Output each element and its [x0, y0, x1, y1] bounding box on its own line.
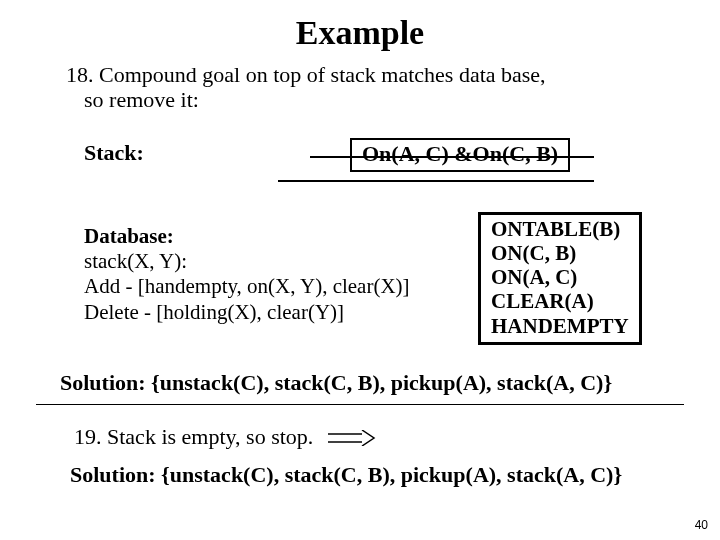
step-18-line2: so remove it: [66, 87, 546, 112]
fact-clear-a: CLEAR(A) [491, 289, 629, 313]
fact-on-c-b: ON(C, B) [491, 241, 629, 265]
fact-on-a-c: ON(A, C) [491, 265, 629, 289]
fact-handempty: HANDEMPTY [491, 314, 629, 338]
database-heading: Database: [84, 224, 410, 249]
strikethrough-line [310, 156, 594, 158]
divider-line [36, 404, 684, 405]
page-number: 40 [695, 518, 708, 532]
stack-bottom-line [278, 180, 594, 182]
step-18-text: 18. Compound goal on top of stack matche… [66, 62, 546, 113]
slide: Example 18. Compound goal on top of stac… [0, 0, 720, 540]
step-18-line1: 18. Compound goal on top of stack matche… [66, 62, 546, 87]
solution-text-1: Solution: {unstack(C), stack(C, B), pick… [60, 370, 612, 396]
step-19-text: 19. Stack is empty, so stop. [74, 424, 313, 450]
database-line1: stack(X, Y): [84, 249, 410, 274]
stack-label: Stack: [84, 140, 144, 166]
goal-expression: On(A, C) &On(C, B) [362, 141, 558, 166]
fact-ontable-b: ONTABLE(B) [491, 217, 629, 241]
arrow-right-icon [328, 430, 376, 446]
solution-text-2: Solution: {unstack(C), stack(C, B), pick… [70, 462, 622, 488]
database-line2: Add - [handempty, on(X, Y), clear(X)] [84, 274, 410, 299]
database-block: Database: stack(X, Y): Add - [handempty,… [84, 224, 410, 325]
page-title: Example [0, 0, 720, 52]
database-line3: Delete - [holding(X), clear(Y)] [84, 300, 410, 325]
facts-box: ONTABLE(B) ON(C, B) ON(A, C) CLEAR(A) HA… [478, 212, 642, 345]
